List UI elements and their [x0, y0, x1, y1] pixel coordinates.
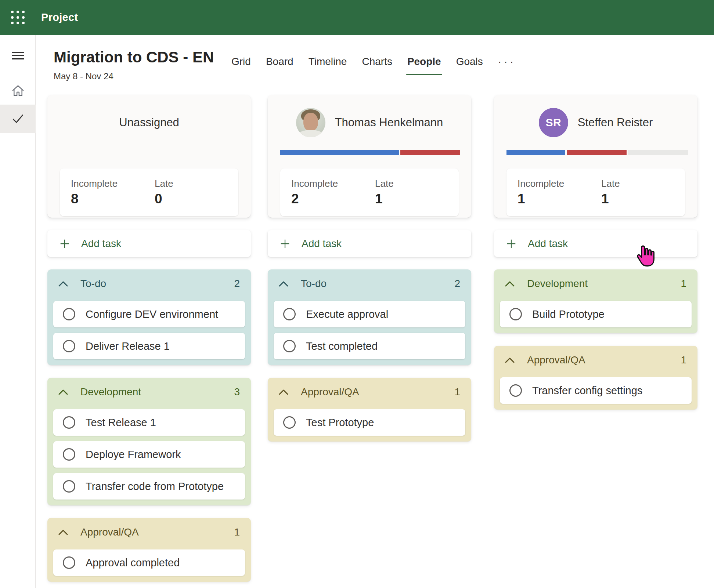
task-title: Transfer code from Prototype	[86, 480, 224, 493]
late-count: 1	[375, 191, 459, 207]
complete-task-circle[interactable]	[509, 308, 522, 320]
tab-board[interactable]: Board	[266, 56, 293, 75]
person-column-steffen-reister: SR Steffen Reister Incomplete 1 Late 1	[494, 95, 697, 410]
late-label: Late	[155, 178, 238, 189]
person-summary-card[interactable]: Unassigned Incomplete 8 Late 0	[47, 95, 251, 218]
bucket-header[interactable]: Development 3	[53, 384, 245, 400]
task-title: Transfer config settings	[532, 385, 642, 397]
stats-card: Incomplete 8 Late 0	[60, 168, 238, 216]
tab-goals[interactable]: Goals	[456, 56, 483, 75]
plus-icon	[59, 238, 70, 249]
add-task-button[interactable]: Add task	[47, 230, 251, 257]
tab-charts[interactable]: Charts	[362, 56, 392, 75]
more-tabs-button[interactable]: ···	[498, 56, 516, 75]
person-summary-card[interactable]: SR Steffen Reister Incomplete 1 Late 1	[494, 95, 697, 218]
person-header: SR Steffen Reister	[494, 95, 697, 150]
late-stat: Late 0	[155, 178, 238, 216]
bucket-header[interactable]: Approval/QA 1	[53, 524, 245, 541]
incomplete-label: Incomplete	[518, 178, 601, 189]
add-task-label: Add task	[528, 238, 568, 250]
waffle-icon	[11, 11, 25, 24]
plus-icon	[506, 238, 517, 249]
complete-task-circle[interactable]	[283, 308, 296, 320]
nav-home-button[interactable]	[0, 76, 36, 105]
complete-task-circle[interactable]	[63, 556, 75, 569]
person-column-thomas-henkelmann: Thomas Henkelmann Incomplete 2 Late 1	[268, 95, 471, 442]
nav-tasks-button[interactable]	[0, 105, 36, 133]
progress-segment-ontrack	[280, 150, 399, 155]
person-name: Steffen Reister	[578, 116, 653, 129]
bucket-count: 1	[234, 526, 240, 538]
chevron-up-icon	[279, 281, 288, 287]
chevron-up-icon	[58, 281, 68, 287]
workload-progress-bar	[280, 150, 459, 155]
complete-task-circle[interactable]	[63, 416, 75, 429]
person-name: Unassigned	[119, 116, 179, 129]
add-task-label: Add task	[302, 238, 342, 250]
bucket-label: Development	[80, 386, 141, 398]
task-title: Deploye Framework	[86, 449, 181, 461]
tab-grid[interactable]: Grid	[231, 56, 251, 75]
nav-menu-button[interactable]	[0, 41, 36, 70]
late-stat: Late 1	[601, 178, 685, 216]
task-title: Execute approval	[306, 308, 388, 320]
tab-timeline[interactable]: Timeline	[309, 56, 347, 75]
complete-task-circle[interactable]	[63, 340, 75, 352]
app-launcher-button[interactable]	[7, 7, 29, 29]
tab-people[interactable]: People	[407, 56, 441, 75]
task-card[interactable]: Build Prototype	[500, 301, 692, 327]
task-card[interactable]: Test completed	[274, 333, 465, 359]
person-summary-card[interactable]: Thomas Henkelmann Incomplete 2 Late 1	[268, 95, 471, 218]
bucket-header[interactable]: Approval/QA 1	[500, 352, 692, 369]
task-card[interactable]: Deploye Framework	[53, 441, 245, 468]
person-header: Thomas Henkelmann	[268, 95, 471, 150]
late-stat: Late 1	[375, 178, 459, 216]
avatar-photo	[296, 108, 325, 137]
late-label: Late	[601, 178, 685, 189]
bucket-label: To-do	[301, 278, 327, 290]
progress-segment-remaining	[628, 150, 688, 155]
task-title: Configure DEV environment	[86, 308, 218, 320]
task-card[interactable]: Execute approval	[274, 301, 465, 327]
chevron-up-icon	[58, 529, 68, 535]
bucket-header[interactable]: To-do 2	[274, 275, 465, 292]
task-card[interactable]: Test Prototype	[274, 409, 465, 436]
bucket-header[interactable]: Approval/QA 1	[274, 384, 465, 400]
bucket-development: Development 1 Build Prototype	[494, 269, 697, 333]
incomplete-stat: Incomplete 2	[291, 178, 375, 216]
avatar-initials: SR	[539, 108, 568, 137]
bucket-count: 1	[454, 386, 460, 398]
chevron-up-icon	[279, 389, 288, 395]
project-app-window: Project Migration to CDS - EN May 8 - No…	[0, 0, 714, 588]
task-title: Build Prototype	[532, 308, 605, 320]
complete-task-circle[interactable]	[63, 480, 75, 493]
bucket-label: Approval/QA	[527, 354, 585, 366]
task-title: Test Prototype	[306, 417, 374, 429]
bucket-approval-qa: Approval/QA 1 Test Prototype	[268, 378, 471, 442]
complete-task-circle[interactable]	[509, 384, 522, 397]
add-task-button[interactable]: Add task	[494, 230, 697, 257]
task-card[interactable]: Deliver Release 1	[53, 333, 245, 359]
task-card[interactable]: Test Release 1	[53, 409, 245, 436]
add-task-button[interactable]: Add task	[268, 230, 471, 257]
task-card[interactable]: Transfer config settings	[500, 377, 692, 404]
complete-task-circle[interactable]	[283, 416, 296, 429]
chevron-up-icon	[58, 389, 68, 395]
bucket-header[interactable]: Development 1	[500, 275, 692, 292]
task-card[interactable]: Approval completed	[53, 549, 245, 576]
bucket-todo: To-do 2 Configure DEV environment Delive…	[47, 269, 251, 365]
project-date-range: May 8 - Nov 24	[54, 71, 113, 81]
incomplete-stat: Incomplete 8	[71, 178, 155, 216]
left-navigation-rail	[0, 35, 36, 588]
complete-task-circle[interactable]	[63, 448, 75, 461]
task-card[interactable]: Transfer code from Prototype	[53, 473, 245, 500]
task-card[interactable]: Configure DEV environment	[53, 301, 245, 327]
late-label: Late	[375, 178, 459, 189]
bucket-label: To-do	[80, 278, 106, 290]
complete-task-circle[interactable]	[63, 308, 75, 320]
bucket-header[interactable]: To-do 2	[53, 275, 245, 292]
bucket-count: 2	[234, 278, 240, 290]
hamburger-icon	[12, 52, 24, 59]
complete-task-circle[interactable]	[283, 340, 296, 352]
late-count: 1	[601, 191, 685, 207]
